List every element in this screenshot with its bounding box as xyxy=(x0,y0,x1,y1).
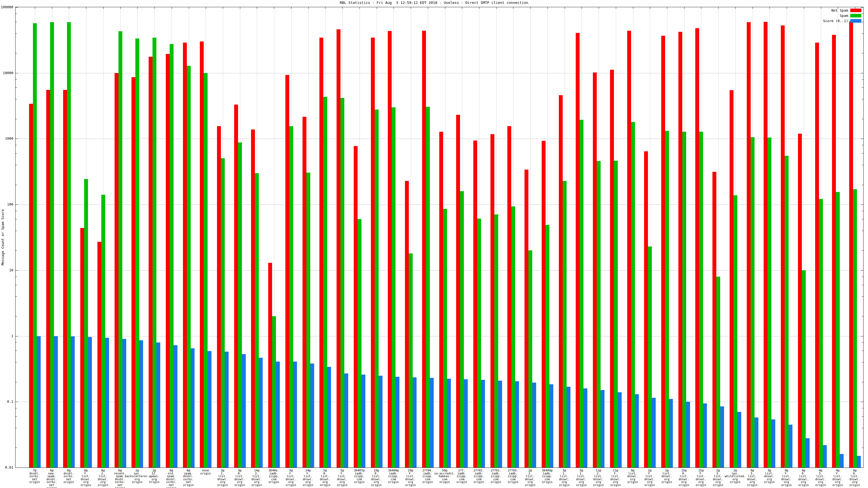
y-minor-tick-right xyxy=(862,153,863,154)
bar-score xyxy=(652,398,656,467)
y-minor-tick-right xyxy=(862,250,863,251)
bar-not-spam xyxy=(456,115,460,467)
x-tick-top xyxy=(223,7,223,9)
y-tick-label: 0.1 xyxy=(0,399,13,403)
bar-spam xyxy=(751,137,754,467)
rbl-statistics-chart: RBL Statistics - Fri Aug 3 12:59:12 EDT … xyxy=(0,0,868,488)
bar-not-spam xyxy=(712,172,716,467)
bar-not-spam xyxy=(63,90,67,467)
y-major-tick-right xyxy=(861,467,863,468)
y-minor-tick-left xyxy=(16,153,17,154)
y-tick-label: 10 xyxy=(0,268,13,272)
bar-spam xyxy=(648,247,652,467)
y-minor-tick-left xyxy=(16,296,17,297)
bar-spam xyxy=(460,191,464,467)
bar-spam xyxy=(426,107,430,467)
x-tick-top xyxy=(394,7,394,9)
y-minor-tick-left xyxy=(16,145,17,145)
x-tick-top xyxy=(291,7,291,9)
bar-score xyxy=(379,376,382,467)
bar-spam xyxy=(699,132,703,467)
x-tick-label: 9@ 0. list. dnswl. org origin xyxy=(827,469,868,487)
legend-row: Score (0..1) xyxy=(823,19,861,23)
bar-score xyxy=(515,381,519,467)
bar-not-spam xyxy=(661,36,665,467)
y-minor-tick-left xyxy=(16,416,17,417)
bar-not-spam xyxy=(166,54,170,467)
legend-label: Not Spam xyxy=(832,8,848,12)
y-minor-tick-right xyxy=(862,185,863,185)
x-tick-top xyxy=(462,7,462,9)
bar-spam xyxy=(734,195,737,467)
bar-spam xyxy=(153,38,156,467)
bar-not-spam xyxy=(303,117,306,467)
bar-spam xyxy=(443,209,447,467)
bar-score xyxy=(669,399,673,467)
bar-spam xyxy=(563,181,566,467)
y-major-tick-left xyxy=(16,467,18,468)
y-major-tick-left xyxy=(16,7,18,7)
x-tick-top xyxy=(137,7,137,9)
bar-score xyxy=(310,363,314,467)
bar-not-spam xyxy=(97,242,101,467)
y-minor-tick-left xyxy=(16,79,17,80)
y-minor-tick-left xyxy=(16,343,17,343)
x-tick-top xyxy=(496,7,497,9)
bar-spam xyxy=(409,253,413,467)
bar-spam xyxy=(272,316,276,467)
x-tick-top xyxy=(120,7,121,9)
bar-not-spam xyxy=(422,31,426,467)
x-tick-top xyxy=(377,7,377,9)
bar-spam xyxy=(768,137,771,467)
bar-not-spam xyxy=(319,38,323,467)
x-tick-top xyxy=(274,7,274,9)
bar-spam xyxy=(853,189,857,467)
y-minor-tick-left xyxy=(16,231,17,231)
bar-spam xyxy=(580,120,584,467)
bar-spam xyxy=(819,199,823,467)
x-tick-top xyxy=(325,7,326,9)
y-minor-tick-right xyxy=(862,231,863,231)
bar-not-spam xyxy=(815,42,819,467)
x-tick-top xyxy=(342,7,343,9)
x-tick-top xyxy=(86,7,86,9)
bar-score xyxy=(686,402,690,467)
y-minor-tick-right xyxy=(862,343,863,343)
y-minor-tick-left xyxy=(16,99,17,99)
bar-not-spam xyxy=(337,29,340,467)
x-tick-top xyxy=(189,7,189,9)
bar-spam xyxy=(716,276,720,467)
bar-not-spam xyxy=(678,32,682,467)
bar-score xyxy=(840,454,844,467)
bar-score xyxy=(259,358,263,467)
x-tick-top xyxy=(257,7,257,9)
y-minor-tick-left xyxy=(16,316,17,317)
y-minor-tick-left xyxy=(16,53,17,54)
bar-score xyxy=(737,412,741,467)
y-minor-tick-right xyxy=(862,382,863,382)
y-minor-tick-left xyxy=(16,13,17,14)
bar-spam xyxy=(187,66,191,467)
y-minor-tick-right xyxy=(862,448,863,448)
bar-score xyxy=(788,425,793,467)
bar-score xyxy=(208,351,212,467)
y-minor-tick-right xyxy=(862,79,863,80)
bar-score xyxy=(857,456,861,467)
y-minor-tick-left xyxy=(16,250,17,251)
y-minor-tick-right xyxy=(862,22,863,22)
x-tick-top xyxy=(240,7,240,9)
x-tick-top xyxy=(103,7,103,9)
bar-not-spam xyxy=(559,95,563,467)
bar-not-spam xyxy=(285,75,289,467)
bar-score xyxy=(771,419,775,467)
bar-score xyxy=(481,380,485,467)
bar-score xyxy=(225,352,228,467)
legend-row: Not Spam xyxy=(832,8,861,12)
bar-not-spam xyxy=(610,70,614,467)
bar-score xyxy=(806,438,810,467)
bar-spam xyxy=(477,219,481,467)
bar-spam xyxy=(631,122,635,467)
y-tick-label: 10000 xyxy=(0,70,13,75)
bar-spam xyxy=(135,38,139,467)
x-tick-top xyxy=(411,7,411,9)
